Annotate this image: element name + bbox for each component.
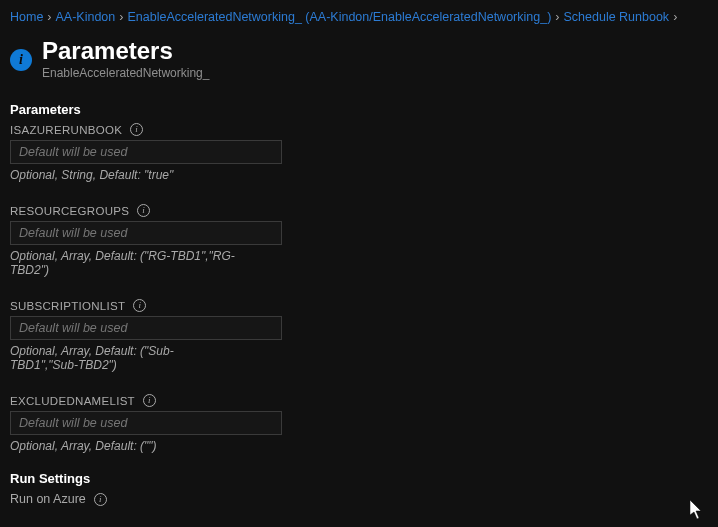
info-icon: i <box>10 49 32 71</box>
breadcrumb-item-account[interactable]: AA-Kindon <box>56 8 116 27</box>
field-resourcegroups: RESOURCEGROUPS i Optional, Array, Defaul… <box>10 204 708 277</box>
excludednamelist-input[interactable] <box>10 411 282 435</box>
breadcrumb-item-runbook[interactable]: EnableAcceleratedNetworking_ (AA-Kindon/… <box>127 8 551 27</box>
run-mode-label: Run on Azure <box>10 492 86 506</box>
field-label: EXCLUDEDNAMELIST <box>10 395 135 407</box>
field-label: ISAZURERUNBOOK <box>10 124 122 136</box>
subscriptionlist-input[interactable] <box>10 316 282 340</box>
field-isazurerunbook: ISAZURERUNBOOK i Optional, String, Defau… <box>10 123 708 182</box>
chevron-right-icon: › <box>555 8 559 27</box>
info-icon[interactable]: i <box>137 204 150 217</box>
chevron-right-icon: › <box>47 8 51 27</box>
breadcrumb: Home › AA-Kindon › EnableAcceleratedNetw… <box>10 8 708 27</box>
field-help: Optional, Array, Default: ("RG-TBD1","RG… <box>10 249 240 277</box>
section-heading-run-settings: Run Settings <box>10 471 708 486</box>
page-subtitle: EnableAcceleratedNetworking_ <box>42 66 209 80</box>
breadcrumb-item-schedule[interactable]: Schedule Runbook <box>563 8 669 27</box>
run-on-azure-row: Run on Azure i <box>10 492 708 506</box>
page-title: Parameters <box>42 37 209 65</box>
field-label: RESOURCEGROUPS <box>10 205 129 217</box>
field-subscriptionlist: SUBSCRIPTIONLIST i Optional, Array, Defa… <box>10 299 708 372</box>
chevron-right-icon: › <box>673 8 677 27</box>
resourcegroups-input[interactable] <box>10 221 282 245</box>
chevron-right-icon: › <box>119 8 123 27</box>
info-icon[interactable]: i <box>143 394 156 407</box>
breadcrumb-item-home[interactable]: Home <box>10 8 43 27</box>
field-label: SUBSCRIPTIONLIST <box>10 300 125 312</box>
info-icon[interactable]: i <box>133 299 146 312</box>
field-help: Optional, Array, Default: ("") <box>10 439 240 453</box>
isazurerunbook-input[interactable] <box>10 140 282 164</box>
section-heading-parameters: Parameters <box>10 102 708 117</box>
field-excludednamelist: EXCLUDEDNAMELIST i Optional, Array, Defa… <box>10 394 708 453</box>
info-icon[interactable]: i <box>130 123 143 136</box>
field-help: Optional, String, Default: "true" <box>10 168 240 182</box>
info-icon[interactable]: i <box>94 493 107 506</box>
field-help: Optional, Array, Default: ("Sub-TBD1","S… <box>10 344 240 372</box>
